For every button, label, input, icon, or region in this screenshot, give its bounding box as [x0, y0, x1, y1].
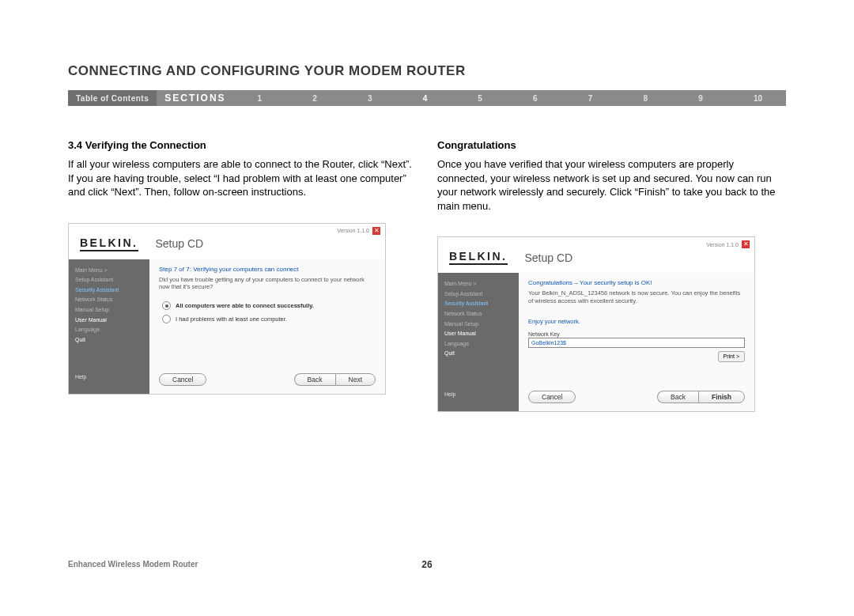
right-heading: Congratulations: [437, 139, 786, 151]
page-title: CONNECTING AND CONFIGURING YOUR MODEM RO…: [68, 63, 786, 79]
enjoy-text: Enjoy your network.: [528, 318, 745, 325]
radio-all-success[interactable]: [162, 301, 171, 310]
congrats-title: Congratulations – Your security setup is…: [528, 279, 745, 286]
setup-cd-title: Setup CD: [156, 237, 204, 250]
sidebar-item-setup-assistant[interactable]: Setup Assistant: [444, 289, 519, 300]
sidebar-item-network-status[interactable]: Network Status: [444, 309, 519, 319]
section-link-9[interactable]: 9: [690, 94, 711, 103]
cancel-button[interactable]: Cancel: [159, 373, 206, 386]
cancel-button[interactable]: Cancel: [528, 391, 576, 403]
section-link-7[interactable]: 7: [580, 94, 601, 103]
close-icon[interactable]: ✕: [742, 240, 750, 248]
setup-sidebar: Main Menu > Setup Assistant Security Ass…: [438, 273, 519, 411]
version-label: Version 1.1.0: [337, 228, 369, 233]
toc-link[interactable]: Table of Contents: [68, 90, 157, 106]
section-link-5[interactable]: 5: [470, 94, 490, 103]
setup-panel-verify: Version 1.1.0 ✕ BELKIN. Setup CD Main Me…: [68, 223, 386, 395]
sidebar-item-main-menu[interactable]: Main Menu >: [444, 279, 519, 289]
left-heading: 3.4 Verifying the Connection: [68, 139, 417, 151]
product-name: Enhanced Wireless Modem Router: [68, 560, 198, 569]
belkin-logo: BELKIN.: [449, 250, 508, 265]
section-link-10[interactable]: 10: [746, 94, 770, 103]
belkin-logo: BELKIN.: [80, 236, 138, 251]
section-numbers: 1 2 3 4 5 6 7 8 9 10: [234, 90, 786, 106]
setup-sidebar: Main Menu > Setup Assistant Security Ass…: [69, 259, 149, 394]
step-subtext: Did you have trouble getting any of your…: [159, 276, 376, 292]
sidebar-item-manual-setup[interactable]: Manual Setup: [444, 319, 519, 330]
next-button[interactable]: Next: [335, 373, 376, 386]
section-link-2[interactable]: 2: [304, 94, 325, 103]
sidebar-item-quit[interactable]: Quit: [75, 335, 149, 346]
section-link-6[interactable]: 6: [525, 94, 546, 103]
sidebar-item-security-assistant[interactable]: Security Assistant: [444, 299, 519, 309]
sections-label: SECTIONS: [157, 90, 233, 106]
radio-had-problems-label: I had problems with at least one compute…: [176, 316, 287, 323]
sidebar-item-user-manual[interactable]: User Manual: [75, 316, 149, 326]
network-key-value[interactable]: GoBelkin123$: [528, 338, 745, 348]
sidebar-item-user-manual[interactable]: User Manual: [444, 329, 519, 339]
sidebar-item-language[interactable]: Language: [75, 325, 149, 335]
back-button[interactable]: Back: [294, 373, 335, 386]
page-footer: Enhanced Wireless Modem Router 26: [68, 560, 786, 569]
back-button[interactable]: Back: [657, 391, 698, 403]
sidebar-item-language[interactable]: Language: [444, 339, 519, 350]
sidebar-item-quit[interactable]: Quit: [444, 349, 519, 359]
sidebar-item-main-menu[interactable]: Main Menu >: [75, 266, 149, 276]
section-link-3[interactable]: 3: [360, 94, 380, 103]
setup-cd-title: Setup CD: [525, 251, 573, 264]
radio-had-problems[interactable]: [162, 315, 171, 323]
radio-all-success-label: All computers were able to connect succe…: [176, 302, 314, 309]
sidebar-item-help[interactable]: Help: [444, 390, 519, 406]
section-link-8[interactable]: 8: [635, 94, 656, 103]
step-title: Step 7 of 7: Verifying your computers ca…: [159, 266, 376, 273]
sidebar-item-help[interactable]: Help: [75, 372, 149, 389]
section-link-1[interactable]: 1: [250, 94, 270, 103]
section-link-4[interactable]: 4: [415, 94, 436, 103]
version-label: Version 1.1.0: [706, 242, 739, 248]
sidebar-item-manual-setup[interactable]: Manual Setup: [75, 305, 149, 316]
left-body: If all your wireless computers are able …: [68, 157, 417, 199]
section-nav-bar: Table of Contents SECTIONS 1 2 3 4 5 6 7…: [68, 90, 786, 106]
page-number: 26: [421, 559, 432, 570]
congrats-subtext: Your Belkin_N_ADSL_123456 network is now…: [528, 289, 745, 305]
network-key-label: Network Key: [528, 331, 745, 337]
close-icon[interactable]: ✕: [372, 227, 380, 235]
finish-button[interactable]: Finish: [698, 391, 745, 403]
sidebar-item-security-assistant[interactable]: Security Assistant: [75, 285, 149, 296]
sidebar-item-network-status[interactable]: Network Status: [75, 295, 149, 305]
setup-panel-congrats: Version 1.1.0 ✕ BELKIN. Setup CD Main Me…: [437, 236, 755, 412]
sidebar-item-setup-assistant[interactable]: Setup Assistant: [75, 275, 149, 285]
right-body: Once you have verified that your wireles…: [437, 157, 786, 213]
print-button[interactable]: Print >: [718, 351, 745, 362]
